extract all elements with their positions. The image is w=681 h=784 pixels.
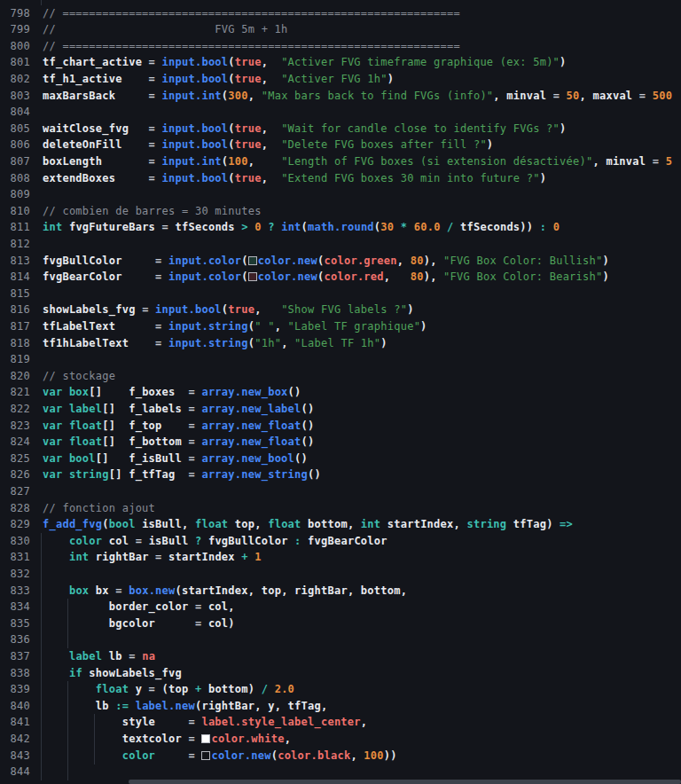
syntax-token: ( bbox=[241, 255, 247, 267]
code-line[interactable]: 836 bbox=[0, 631, 681, 648]
code-line[interactable]: 833 box bx = box.new(startIndex, top, ri… bbox=[0, 583, 681, 600]
indent-guide bbox=[41, 583, 42, 600]
code-line[interactable]: 812 bbox=[0, 236, 681, 253]
syntax-token: startIndex, bbox=[380, 518, 466, 530]
code-line[interactable]: 805waitClose_fvg = input.bool(true, "Wai… bbox=[0, 121, 681, 137]
syntax-token: = bbox=[122, 270, 168, 283]
syntax-token: + bbox=[235, 551, 254, 563]
syntax-token: color.white bbox=[211, 733, 284, 745]
code-line[interactable]: 811int fvgFutureBars = tfSeconds > 0 ? i… bbox=[0, 219, 681, 236]
syntax-token: tfTag) bbox=[506, 518, 552, 530]
syntax-token: () bbox=[308, 468, 321, 481]
code-line[interactable]: 828// fonction ajout bbox=[0, 500, 681, 517]
syntax-token: [] bbox=[109, 468, 129, 481]
syntax-token: = bbox=[149, 551, 168, 563]
code-line[interactable]: 831 int rightBar = startIndex + 1 bbox=[0, 549, 681, 566]
code-line[interactable]: 817tfLabelText = input.string(" ", "Labe… bbox=[0, 318, 681, 335]
syntax-token: = bbox=[102, 155, 161, 168]
syntax-token bbox=[62, 221, 68, 233]
gutter-line-number: 836 bbox=[0, 631, 30, 648]
code-line[interactable]: 830 color col = isBull ? fvgBullColor : … bbox=[0, 533, 681, 550]
syntax-token: array.new_string bbox=[201, 468, 308, 481]
syntax-token: = bbox=[188, 600, 207, 613]
syntax-token: ? bbox=[188, 535, 207, 547]
syntax-token: "1h" bbox=[254, 337, 281, 349]
syntax-token: = bbox=[115, 90, 161, 102]
code-line[interactable]: 843 color = color.new(color.black, 100)) bbox=[0, 748, 681, 764]
code-line[interactable]: 801tf_chart_active = input.bool(true, "A… bbox=[0, 54, 681, 71]
code-line[interactable]: 842 textcolor = color.white, bbox=[0, 731, 681, 748]
code-line[interactable]: 834 border_color = col, bbox=[0, 599, 681, 615]
syntax-token: [] bbox=[102, 435, 129, 448]
syntax-token: waitClose_fvg bbox=[43, 122, 129, 135]
color-swatch[interactable] bbox=[248, 272, 257, 281]
code-line[interactable]: 839 float y = (top + bottom) / 2.0 bbox=[0, 681, 681, 698]
gutter-line-number: 805 bbox=[0, 121, 30, 137]
gutter-line-number: 824 bbox=[0, 434, 30, 451]
syntax-token: boxLength bbox=[43, 155, 102, 168]
code-line[interactable]: 822var label[] f_labels = array.new_labe… bbox=[0, 401, 681, 418]
syntax-token: "Length of FVG boxes (si extension désac… bbox=[281, 155, 592, 168]
code-line[interactable]: 821var box[] f_boxes = array.new_box() bbox=[0, 384, 681, 401]
syntax-token: ) bbox=[380, 337, 387, 349]
code-line[interactable]: 844 bbox=[0, 764, 681, 780]
code-line[interactable]: 820// stockage bbox=[0, 368, 681, 385]
code-line[interactable]: 823var float[] f_top = array.new_float() bbox=[0, 418, 681, 435]
code-line[interactable]: 800// ==================================… bbox=[0, 38, 681, 55]
syntax-token: ( bbox=[228, 122, 234, 135]
code-line[interactable]: 835 bgcolor = col) bbox=[0, 615, 681, 632]
code-line[interactable]: 824var float[] f_bottom = array.new_floa… bbox=[0, 434, 681, 451]
code-line[interactable]: 813fvgBullColor = input.color(color.new(… bbox=[0, 253, 681, 270]
code-line[interactable]: 807boxLength = input.int(100, "Length of… bbox=[0, 153, 681, 170]
gutter-line-number: 822 bbox=[0, 401, 30, 418]
code-line[interactable]: 804 bbox=[0, 104, 681, 121]
code-line[interactable]: 826var string[] f_tfTag = array.new_stri… bbox=[0, 466, 681, 483]
code-line[interactable]: 814fvgBearColor = input.color(color.new(… bbox=[0, 269, 681, 286]
color-swatch[interactable] bbox=[201, 734, 210, 743]
indent-guide bbox=[41, 566, 42, 583]
code-line[interactable]: 799// FVG 5m + 1h bbox=[0, 21, 681, 38]
syntax-token: = bbox=[142, 683, 161, 695]
syntax-token: string bbox=[466, 518, 506, 530]
code-line[interactable]: 798// ==================================… bbox=[0, 5, 681, 22]
syntax-token: f_boxes bbox=[129, 386, 175, 398]
code-line[interactable]: 819 bbox=[0, 351, 681, 368]
code-line[interactable]: 802tf_h1_active = input.bool(true, "Acti… bbox=[0, 71, 681, 88]
code-line[interactable]: 815 bbox=[0, 286, 681, 302]
syntax-token: : bbox=[533, 221, 552, 233]
code-line[interactable]: 840 lb := label.new(rightBar, y, tfTag, bbox=[0, 698, 681, 715]
code-line[interactable]: 827 bbox=[0, 483, 681, 500]
code-line[interactable]: 816showLabels_fvg = input.bool(true, "Sh… bbox=[0, 302, 681, 318]
syntax-token: bgcolor bbox=[109, 617, 155, 630]
indent-guide bbox=[41, 681, 42, 698]
indent-guide bbox=[41, 665, 42, 682]
syntax-token: box bbox=[69, 584, 89, 597]
syntax-token: col bbox=[102, 535, 129, 547]
code-line[interactable]: 808extendBoxes = input.bool(true, "Exten… bbox=[0, 170, 681, 187]
code-line[interactable]: 829f_add_fvg(bool isBull, float top, flo… bbox=[0, 516, 681, 533]
code-line[interactable]: 825var bool[] f_isBull = array.new_bool(… bbox=[0, 451, 681, 467]
code-line[interactable]: 818tf1hLabelText = input.string("1h", "L… bbox=[0, 335, 681, 352]
syntax-token: fvgFutureBars bbox=[69, 221, 155, 233]
code-line[interactable]: 810// combien de barres = 30 minutes bbox=[0, 203, 681, 220]
code-line[interactable]: 838 if showLabels_fvg bbox=[0, 665, 681, 682]
indent-guide bbox=[67, 764, 68, 780]
code-line[interactable]: 841 style = label.style_label_center, bbox=[0, 714, 681, 731]
gutter-line-number: 818 bbox=[0, 335, 30, 352]
syntax-token: "Activer FVG timeframe graphique (ex: 5m… bbox=[281, 56, 560, 68]
syntax-token: [] bbox=[89, 386, 129, 398]
code-line[interactable]: 832 bbox=[0, 566, 681, 583]
horizontal-scrollbar-thumb[interactable] bbox=[129, 780, 681, 784]
syntax-token: f_isBull bbox=[129, 452, 182, 465]
code-line[interactable]: 809 bbox=[0, 186, 681, 203]
color-swatch[interactable] bbox=[248, 256, 257, 265]
syntax-token bbox=[43, 535, 69, 547]
syntax-token: int bbox=[361, 518, 380, 530]
syntax-token: = bbox=[122, 650, 142, 662]
code-editor-viewport[interactable]: 797798// ===============================… bbox=[0, 0, 681, 784]
code-line[interactable]: 806deleteOnFill = input.bool(true, "Dele… bbox=[0, 137, 681, 153]
color-swatch[interactable] bbox=[201, 751, 210, 760]
syntax-token: = bbox=[155, 617, 208, 630]
code-line[interactable]: 837 label lb = na bbox=[0, 648, 681, 665]
code-line[interactable]: 803maxBarsBack = input.int(300, "Max bar… bbox=[0, 88, 681, 105]
